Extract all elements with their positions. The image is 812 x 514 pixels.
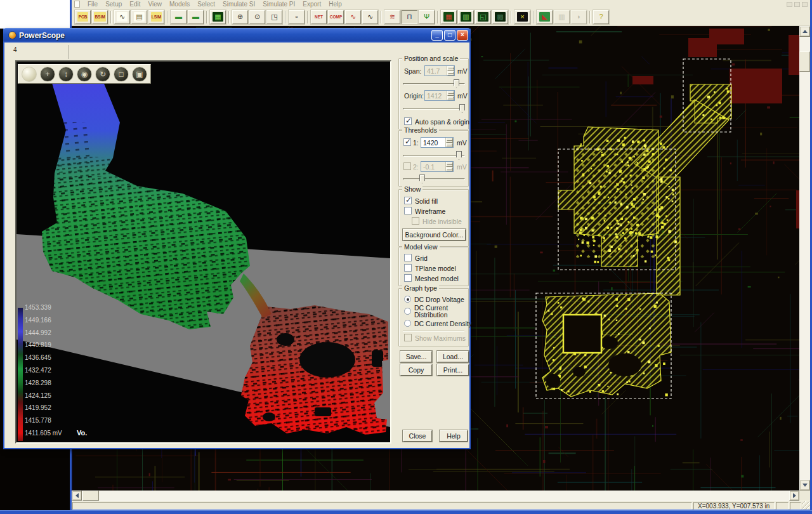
menu-simulate-si[interactable]: Simulate SI: [219, 1, 259, 8]
board-window-button[interactable]: ◱: [475, 10, 491, 24]
span-slider[interactable]: [403, 79, 465, 88]
spin-down-icon[interactable]: [446, 167, 453, 172]
close-button[interactable]: ×: [457, 30, 468, 41]
origin-spinner[interactable]: 1412: [424, 90, 455, 101]
spin-down-icon[interactable]: [447, 71, 454, 76]
horizontal-scrollbar[interactable]: [72, 491, 799, 501]
vertical-scrollbar[interactable]: [799, 26, 810, 491]
span-slider-thumb[interactable]: [454, 79, 459, 88]
tplane-model-checkbox[interactable]: [404, 264, 412, 272]
hide-invisible-checkbox[interactable]: [412, 217, 419, 225]
pi-waveform-button[interactable]: ∿: [362, 10, 378, 24]
threshold1-slider[interactable]: [403, 151, 465, 160]
meshed-model-checkbox[interactable]: [404, 274, 412, 282]
scroll-left-icon[interactable]: [72, 491, 82, 501]
face-view-button[interactable]: □: [114, 67, 129, 82]
rotate-button[interactable]: ↻: [95, 67, 110, 82]
coil-button[interactable]: ≋: [384, 10, 400, 24]
background-color-button[interactable]: Background Color...: [403, 229, 466, 241]
menu-simulate-pi[interactable]: Simulate PI: [259, 1, 299, 8]
load-button[interactable]: Load...: [437, 351, 469, 362]
minimize-view-button[interactable]: ▫: [289, 10, 304, 24]
spin-up-icon[interactable]: [446, 138, 453, 143]
pan-button[interactable]: +: [40, 67, 55, 82]
color-map-button[interactable]: ◣: [537, 10, 553, 24]
threshold2-slider-thumb[interactable]: [419, 175, 425, 183]
spin-up-icon[interactable]: [446, 162, 453, 167]
menu-models[interactable]: Models: [166, 1, 193, 8]
threshold2-spinner[interactable]: -0.1: [421, 161, 454, 172]
bsim-button[interactable]: BSIM: [92, 10, 108, 24]
new-waveform-button[interactable]: ∿: [114, 10, 130, 24]
wing-button[interactable]: ◗: [571, 10, 587, 24]
menu-file[interactable]: File: [84, 1, 102, 8]
copy-button[interactable]: Copy: [400, 364, 432, 376]
net-button[interactable]: NET: [311, 10, 327, 24]
menu-edit[interactable]: Edit: [126, 1, 144, 8]
resize-grip[interactable]: [802, 501, 810, 510]
eye-diagram-button[interactable]: ×: [514, 10, 530, 24]
menu-setup[interactable]: Setup: [102, 1, 126, 8]
zoom-fit-button[interactable]: ◳: [266, 10, 282, 24]
minimize-button[interactable]: _: [431, 30, 443, 41]
board-button[interactable]: ▬: [188, 10, 204, 24]
tilt-button[interactable]: ↕: [58, 67, 74, 82]
pulse-button[interactable]: ⊓: [402, 10, 417, 24]
solid-fill-checkbox[interactable]: [404, 197, 412, 204]
layer-grid-button[interactable]: ▦: [441, 10, 457, 24]
menu-export[interactable]: Export: [299, 1, 325, 8]
save-button[interactable]: Save...: [400, 351, 432, 362]
spin-up-icon[interactable]: [447, 91, 454, 96]
spin-down-icon[interactable]: [447, 96, 454, 101]
maximize-button[interactable]: □: [444, 30, 455, 41]
dc-current-distribution-radio[interactable]: [404, 308, 411, 315]
auto-span-checkbox[interactable]: [404, 117, 412, 125]
board-dark-button[interactable]: ▩: [492, 10, 508, 24]
dc-current-density-radio[interactable]: [404, 320, 411, 327]
histogram-button[interactable]: ▥: [554, 10, 570, 24]
table-button[interactable]: ▥: [458, 10, 474, 24]
topology-button[interactable]: Ψ: [419, 10, 435, 24]
threshold1-checkbox[interactable]: [403, 138, 411, 146]
scroll-down-icon[interactable]: [799, 480, 810, 491]
print-button[interactable]: Print...: [437, 364, 469, 376]
voltage-3d-plot[interactable]: +↕◉↻□▣ 1453.3391449.1661444.9921440.8191…: [15, 60, 391, 444]
menu-help[interactable]: Help: [325, 1, 346, 8]
grid-checkbox[interactable]: [404, 254, 412, 261]
powerscope-titlebar[interactable]: PowerScope _ □ ×: [3, 28, 471, 43]
scroll-right-icon[interactable]: [789, 491, 799, 501]
maximize-icon[interactable]: [794, 2, 800, 7]
pcb-button[interactable]: PCB: [75, 10, 91, 24]
spin-up-icon[interactable]: [447, 66, 454, 71]
close-dialog-button[interactable]: Close: [403, 430, 432, 442]
dc-drop-voltage-radio[interactable]: [404, 296, 411, 303]
board-layers-button[interactable]: ▦: [210, 10, 226, 24]
spin-down-icon[interactable]: [446, 143, 453, 148]
threshold2-slider[interactable]: [403, 175, 465, 183]
orbit-button[interactable]: ◉: [77, 67, 92, 82]
show-maximums-checkbox[interactable]: [404, 334, 412, 341]
lsim-button[interactable]: LSIM: [148, 10, 164, 24]
vscroll-thumb[interactable]: [799, 51, 810, 72]
threshold2-checkbox[interactable]: [403, 162, 411, 170]
help-button[interactable]: Help: [440, 430, 468, 442]
minimize-icon[interactable]: [787, 2, 792, 7]
zoom-in-button[interactable]: ⊕: [232, 10, 248, 24]
threshold1-slider-thumb[interactable]: [456, 151, 462, 160]
open-report-button[interactable]: ▤: [131, 10, 147, 24]
menu-view[interactable]: View: [145, 1, 166, 8]
si-waveform-button[interactable]: ∿: [345, 10, 361, 24]
zoom-points-button[interactable]: ⊙: [249, 10, 265, 24]
sphere-button[interactable]: [22, 67, 37, 82]
new-board-button[interactable]: ▬: [171, 10, 187, 24]
comp-button[interactable]: COMP: [328, 10, 344, 24]
hscroll-thumb[interactable]: [82, 491, 99, 501]
help-button[interactable]: ?: [593, 10, 609, 24]
menu-select[interactable]: Select: [193, 1, 219, 8]
fit-view-button[interactable]: ▣: [132, 67, 147, 82]
close-icon[interactable]: [802, 2, 808, 7]
wireframe-checkbox[interactable]: [404, 207, 412, 214]
span-spinner[interactable]: 41.7: [424, 65, 455, 76]
threshold1-spinner[interactable]: 1420: [421, 137, 454, 148]
origin-slider[interactable]: [403, 104, 465, 113]
